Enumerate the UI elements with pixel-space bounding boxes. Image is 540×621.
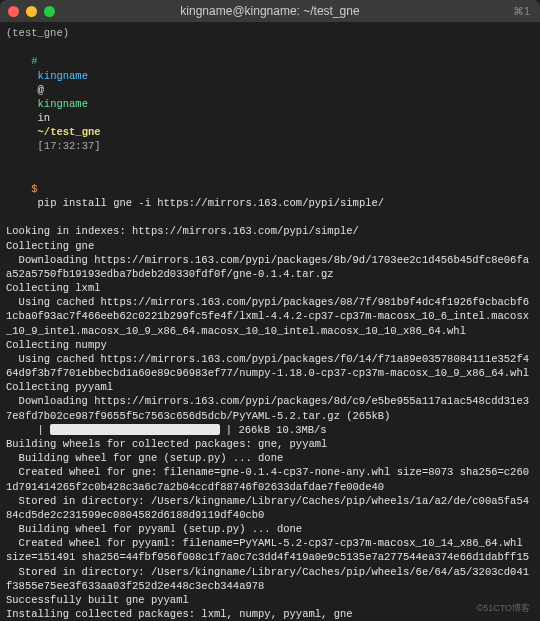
output-line: Downloading https://mirrors.163.com/pypi… (6, 253, 534, 281)
output-line: Created wheel for pyyaml: filename=PyYAM… (6, 536, 534, 564)
output-line: Stored in directory: /Users/kingname/Lib… (6, 494, 534, 522)
prompt-dollar: $ (31, 183, 37, 195)
prompt-user: kingname (38, 70, 88, 82)
output-line: Created wheel for gne: filename=gne-0.1.… (6, 465, 534, 493)
watermark: ©51CTO博客 (477, 602, 530, 615)
output-line: Collecting lxml (6, 281, 534, 295)
progress-left: | (6, 423, 44, 437)
output-line: Downloading https://mirrors.163.com/pypi… (6, 394, 534, 422)
output-line: Collecting numpy (6, 338, 534, 352)
output-line: Collecting pyyaml (6, 380, 534, 394)
output-line: Collecting gne (6, 239, 534, 253)
window-shortcut: ⌘1 (513, 5, 530, 18)
output-line: Building wheels for collected packages: … (6, 437, 534, 451)
output-line: Looking in indexes: https://mirrors.163.… (6, 224, 534, 238)
command-text: pip install gne -i https://mirrors.163.c… (38, 197, 385, 209)
prompt-line-1: # kingname @ kingname in ~/test_gne [17:… (6, 40, 534, 168)
titlebar: kingname@kingname: ~/test_gne ⌘1 (0, 0, 540, 22)
output-line: Successfully built gne pyyaml (6, 593, 534, 607)
progress-bar (50, 424, 220, 435)
progress-right: | 266kB 10.3MB/s (226, 423, 327, 437)
prompt-hash: # (31, 55, 37, 67)
command-line-1: $ pip install gne -i https://mirrors.163… (6, 168, 534, 225)
output-line: Building wheel for pyyaml (setup.py) ...… (6, 522, 534, 536)
progress-line: | | 266kB 10.3MB/s (6, 423, 534, 437)
prompt-in: in (38, 112, 51, 124)
terminal-content[interactable]: (test_gne) # kingname @ kingname in ~/te… (0, 22, 540, 621)
window-title: kingname@kingname: ~/test_gne (0, 4, 540, 18)
prompt-time: [17:32:37] (38, 140, 101, 152)
output-line: Using cached https://mirrors.163.com/pyp… (6, 352, 534, 380)
output-line: Installing collected packages: lxml, num… (6, 607, 534, 621)
venv-label: (test_gne) (6, 26, 534, 40)
output-line: Stored in directory: /Users/kingname/Lib… (6, 565, 534, 593)
prompt-at: @ (38, 84, 44, 96)
output-line: Building wheel for gne (setup.py) ... do… (6, 451, 534, 465)
prompt-host: kingname (38, 98, 88, 110)
prompt-path: ~/test_gne (38, 126, 101, 138)
output-line: Using cached https://mirrors.163.com/pyp… (6, 295, 534, 338)
